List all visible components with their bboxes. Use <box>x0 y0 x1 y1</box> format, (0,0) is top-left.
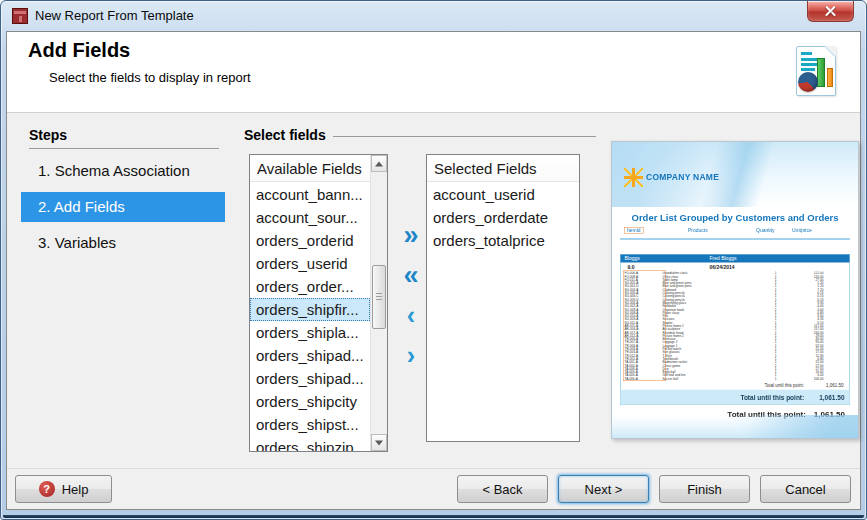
selected-field-item[interactable]: orders_orderdate <box>427 206 579 229</box>
selected-field-item[interactable]: orders_totalprice <box>427 229 579 252</box>
select-fields-separator <box>333 136 596 137</box>
preview-group-band: Bloggs Fred Bloggs <box>621 255 850 263</box>
dialog-window: New Report From Template Add Fields Sele… <box>0 0 867 520</box>
selected-field-item[interactable]: account_userid <box>427 183 579 206</box>
help-button[interactable]: ? Help <box>15 475 112 503</box>
subtotal-value: 1,061.50 <box>826 382 844 390</box>
preview-cell: Soccer ball <box>663 377 749 380</box>
preview-column-headers: ItemidProductsQuantityUnitprice <box>612 227 858 236</box>
available-field-item[interactable]: orders_shipla... <box>250 321 370 344</box>
preview-column-header: Itemid <box>624 227 644 234</box>
group-fullname: Fred Bloggs <box>710 255 737 263</box>
preview-report-title: Order List Grouped by Customers and Orde… <box>612 212 858 223</box>
total-band-label: Total until this point: <box>740 393 804 401</box>
total-band-value: 1,061.50 <box>819 393 844 401</box>
page-title: Add Fields <box>28 39 130 62</box>
selected-fields-items: account_useridorders_orderdateorders_tot… <box>427 183 579 441</box>
wizard-header: Add Fields Select the fields to display … <box>7 32 860 113</box>
available-field-item[interactable]: orders_shipcity <box>250 390 370 413</box>
doc-line <box>801 52 812 55</box>
scroll-up-button[interactable] <box>371 155 387 172</box>
available-field-item[interactable]: orders_shipad... <box>250 367 370 390</box>
select-fields-group: Select fields <box>244 127 596 143</box>
report-preview: COMPANY NAME Order List Grouped by Custo… <box>611 141 859 439</box>
step-item[interactable]: 3. Variables <box>21 228 225 258</box>
steps-group-label: Steps <box>29 127 67 143</box>
available-fields-list: Available Fields account_bann...account_… <box>249 154 388 452</box>
report-chart-icon <box>796 46 836 96</box>
selected-fields-header: Selected Fields <box>427 155 579 182</box>
preview-table: Bloggs Fred Bloggs 9.0 06/24/2014 FU-006… <box>620 254 850 405</box>
wizard-nav-buttons: < Back Next > Finish Cancel <box>457 475 851 503</box>
selected-fields-list: Selected Fields account_useridorders_ord… <box>426 154 580 442</box>
move-all-right-button[interactable]: » <box>403 222 418 250</box>
titlebar[interactable]: New Report From Template <box>1 1 866 31</box>
steps-list: 1. Schema Association2. Add Fields3. Var… <box>21 156 225 264</box>
available-field-item[interactable]: orders_shipfir... <box>250 298 370 321</box>
available-field-item[interactable]: orders_shipzip <box>250 436 370 451</box>
pie-chart-icon <box>798 72 818 92</box>
company-logo-icon <box>624 168 643 187</box>
preview-logo: COMPANY NAME <box>624 168 719 187</box>
next-button[interactable]: Next > <box>558 475 649 503</box>
available-field-item[interactable]: account_bann... <box>250 183 370 206</box>
arrow-down-icon <box>375 440 383 445</box>
available-field-item[interactable]: orders_shipad... <box>250 344 370 367</box>
help-label: Help <box>62 482 89 497</box>
available-field-item[interactable]: orders_shipst... <box>250 413 370 436</box>
close-button[interactable] <box>807 1 854 22</box>
transfer-buttons: »«‹› <box>395 222 427 370</box>
available-fields-header: Available Fields <box>250 155 370 182</box>
preview-subtotal-row: Total until this point: 1,061.50 <box>621 382 850 390</box>
green-bar <box>817 58 825 87</box>
scroll-down-button[interactable] <box>371 434 387 451</box>
finish-button[interactable]: Finish <box>659 475 750 503</box>
available-field-item[interactable]: orders_orderid <box>250 229 370 252</box>
preview-cell: 106.00 <box>777 377 824 380</box>
preview-page: COMPANY NAME Order List Grouped by Custo… <box>611 141 859 439</box>
highlight-box-codes-column <box>623 271 666 382</box>
close-icon <box>824 5 837 17</box>
preview-page-inner: COMPANY NAME Order List Grouped by Custo… <box>612 142 858 438</box>
preview-cell: 1 <box>749 377 777 380</box>
available-field-item[interactable]: account_sour... <box>250 206 370 229</box>
preview-header-rule <box>620 239 850 240</box>
help-icon: ? <box>39 481 55 497</box>
step-item[interactable]: 2. Add Fields <box>21 192 225 222</box>
move-right-button[interactable]: › <box>407 342 415 370</box>
available-field-item[interactable]: orders_order... <box>250 275 370 298</box>
document-fold <box>825 46 836 57</box>
group-date: 06/24/2014 <box>710 263 735 272</box>
available-scrollbar[interactable] <box>370 155 387 451</box>
doc-line <box>801 68 815 71</box>
button-bar: ? Help < Back Next > Finish Cancel <box>7 468 860 509</box>
preview-column-header: Products <box>688 227 708 233</box>
app-icon <box>12 8 28 24</box>
scroll-thumb[interactable] <box>372 265 386 329</box>
page-subtitle: Select the fields to display in report <box>49 70 251 85</box>
dialog-content: Add Fields Select the fields to display … <box>6 31 861 510</box>
move-all-left-button[interactable]: « <box>403 262 418 290</box>
preview-footer-waves <box>612 415 858 438</box>
subtotal-label: Total until this point: <box>764 382 804 390</box>
step-item[interactable]: 1. Schema Association <box>21 156 225 186</box>
move-left-button[interactable]: ‹ <box>407 302 415 330</box>
select-fields-label: Select fields <box>244 127 326 143</box>
steps-separator <box>29 148 219 149</box>
company-name: COMPANY NAME <box>646 173 719 183</box>
preview-total-band: Total until this point: 1,061.50 <box>621 390 850 405</box>
available-fields-items: account_bann...account_sour...orders_ord… <box>250 183 370 451</box>
cancel-button[interactable]: Cancel <box>760 475 851 503</box>
arrow-up-icon <box>375 161 383 166</box>
preview-column-header: Unitprice <box>792 227 812 233</box>
preview-column-header: Quantity <box>756 227 775 233</box>
back-button[interactable]: < Back <box>457 475 548 503</box>
available-field-item[interactable]: orders_userid <box>250 252 370 275</box>
orange-bar <box>827 68 833 87</box>
window-title: New Report From Template <box>35 8 194 23</box>
group-name: Bloggs <box>625 255 710 263</box>
